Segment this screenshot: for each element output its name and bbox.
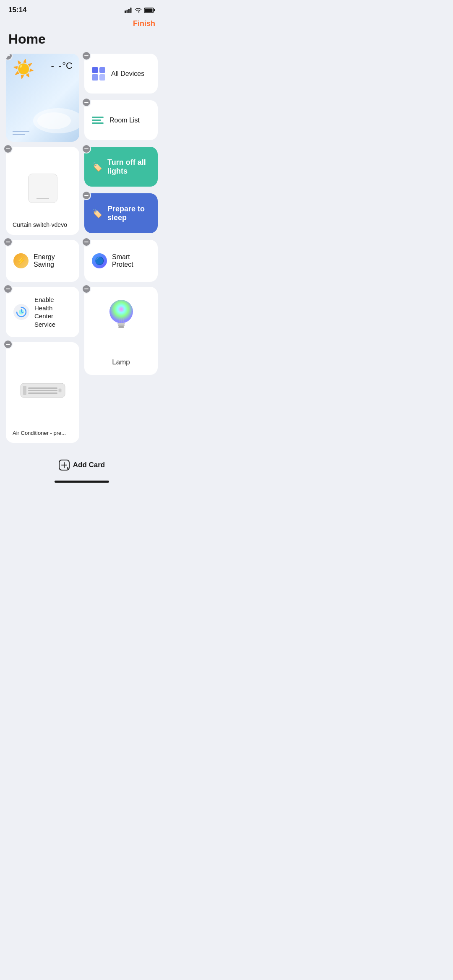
- status-bar: 15:14: [0, 0, 164, 17]
- finish-button[interactable]: Finish: [133, 19, 155, 28]
- remove-sleep-button[interactable]: [82, 191, 91, 200]
- devices-sq-bl: [92, 74, 98, 81]
- wifi-icon: [135, 8, 142, 13]
- curtain-card[interactable]: Curtain switch-vdevo: [6, 147, 79, 235]
- weather-bottom: [13, 131, 73, 135]
- signal-icon: [125, 8, 132, 13]
- room-line-2: [92, 120, 101, 121]
- lamp-card[interactable]: Lamp: [84, 287, 158, 375]
- health-center-icon: [13, 304, 29, 320]
- ac-label: Air Conditioner - pre...: [13, 430, 73, 436]
- svg-point-19: [59, 389, 61, 392]
- svg-rect-15: [28, 387, 57, 389]
- home-indicator: [0, 477, 164, 485]
- remove-lights-button[interactable]: [82, 144, 91, 153]
- health-center-card[interactable]: Enable Health Center Service: [6, 287, 79, 337]
- lamp-label: Lamp: [112, 358, 130, 367]
- room-line-1: [92, 117, 104, 118]
- header: Finish: [0, 17, 164, 28]
- svg-rect-1: [127, 10, 128, 13]
- curtain-image: [13, 155, 73, 221]
- devices-sq-tr: [99, 67, 106, 73]
- all-devices-label: All Devices: [111, 70, 144, 78]
- lights-tag-icon: 🏷️: [92, 162, 102, 172]
- status-time: 15:14: [8, 6, 26, 14]
- lamp-bulb-icon: [107, 297, 136, 335]
- card-grid: ☀️ - -°C All Devices Room List: [0, 54, 164, 451]
- smart-protect-icon: 🔵: [92, 253, 107, 268]
- room-list-label: Room List: [109, 117, 140, 124]
- energy-saving-label: Energy Saving: [34, 253, 72, 268]
- health-center-text: Enable Health Center Service: [34, 296, 72, 328]
- weather-top: ☀️ - -°C: [13, 60, 73, 78]
- curtain-device-icon: [28, 174, 57, 203]
- all-devices-card[interactable]: All Devices: [84, 54, 158, 94]
- weather-card[interactable]: ☀️ - -°C: [6, 54, 79, 142]
- add-card-icon: [59, 460, 70, 471]
- svg-rect-12: [118, 326, 124, 328]
- room-list-card[interactable]: Room List: [84, 100, 158, 140]
- prepare-sleep-label: Prepare to sleep: [107, 205, 150, 222]
- weather-line-2: [13, 134, 25, 135]
- svg-rect-17: [28, 393, 57, 394]
- smart-protect-label: Smart Protect: [112, 253, 150, 268]
- svg-rect-16: [28, 390, 57, 391]
- status-icons: [125, 8, 155, 13]
- energy-icon: ⚡: [13, 253, 29, 268]
- weather-temperature: - -°C: [51, 60, 73, 71]
- add-card-area: Add Card: [0, 451, 164, 477]
- svg-rect-3: [130, 8, 132, 13]
- ac-unit-icon: [20, 382, 66, 398]
- add-card-label: Add Card: [73, 461, 105, 469]
- remove-room-list-button[interactable]: [82, 98, 91, 107]
- turn-off-lights-label: Turn off all lights: [107, 158, 150, 176]
- svg-rect-6: [154, 9, 155, 11]
- svg-rect-2: [128, 9, 130, 13]
- remove-curtain-button[interactable]: [3, 144, 13, 153]
- remove-weather-button[interactable]: [6, 54, 13, 60]
- svg-rect-0: [125, 10, 126, 13]
- smart-protect-card[interactable]: 🔵 Smart Protect: [84, 240, 158, 282]
- sun-icon: ☀️: [13, 60, 34, 78]
- remove-energy-button[interactable]: [3, 237, 13, 247]
- devices-icon: [92, 67, 105, 81]
- page-title: Home: [0, 28, 164, 54]
- remove-lamp-button[interactable]: [82, 284, 91, 294]
- sleep-tag-icon: 🏷️: [92, 208, 102, 218]
- room-list-icon: [92, 117, 104, 124]
- remove-smart-protect-button[interactable]: [82, 237, 91, 247]
- ac-card[interactable]: Air Conditioner - pre...: [6, 342, 79, 443]
- turn-off-lights-card[interactable]: 🏷️ Turn off all lights: [84, 147, 158, 187]
- prepare-sleep-card[interactable]: 🏷️ Prepare to sleep: [84, 193, 158, 233]
- energy-saving-card[interactable]: ⚡ Energy Saving: [6, 240, 79, 282]
- svg-rect-5: [145, 8, 153, 12]
- svg-rect-10: [117, 323, 125, 325]
- room-line-3: [92, 122, 104, 124]
- health-center-label: Enable Health Center Service: [34, 296, 55, 328]
- home-bar: [55, 481, 109, 483]
- battery-icon: [144, 8, 155, 13]
- remove-ac-button[interactable]: [3, 340, 13, 349]
- devices-sq-br: [99, 74, 106, 81]
- remove-health-button[interactable]: [3, 284, 13, 294]
- curtain-label: Curtain switch-vdevo: [13, 221, 73, 228]
- remove-all-devices-button[interactable]: [82, 51, 91, 60]
- svg-rect-11: [118, 325, 125, 326]
- weather-line-1: [13, 131, 29, 132]
- add-card-button[interactable]: Add Card: [59, 460, 105, 471]
- svg-rect-14: [23, 386, 26, 395]
- ac-image: [13, 351, 73, 430]
- devices-sq-tl: [92, 67, 98, 73]
